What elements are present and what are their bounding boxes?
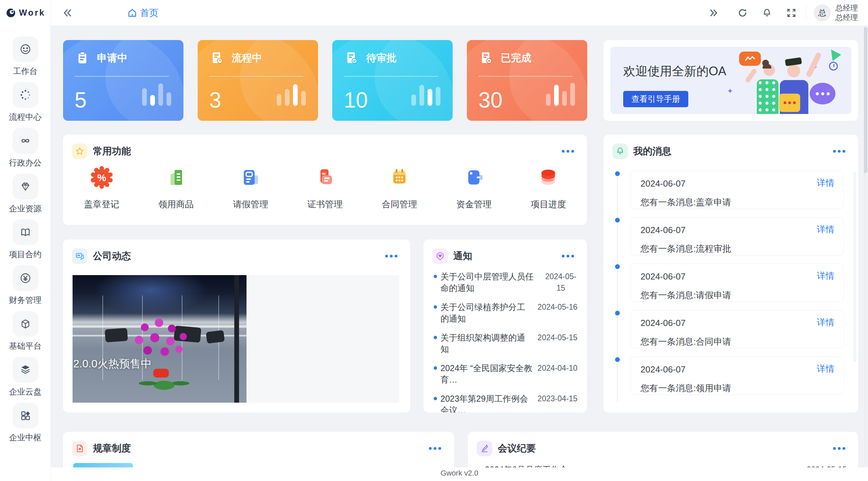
stat-title: 流程中: [232, 51, 262, 65]
sidebar-item-finance[interactable]: 财务管理: [9, 265, 42, 306]
function-project-progress[interactable]: 项目进度: [511, 164, 586, 210]
section-title: 通知: [453, 250, 472, 263]
stat-title: 已完成: [501, 51, 531, 65]
notice-item[interactable]: 关于组织架构调整的通知 2024-05-15: [434, 332, 577, 355]
notice-list: 关于公司中层管理人员任命的通知 2024-05-15 关于公司绿植养护分工的通知…: [423, 264, 587, 412]
function-certificate-management[interactable]: 证书管理: [288, 164, 362, 210]
wallet-icon: [460, 164, 488, 191]
speech-bubble: [779, 94, 800, 112]
stat-value: 5: [75, 88, 87, 113]
function-funds-management[interactable]: 资金管理: [437, 164, 511, 210]
notice-item[interactable]: 2024年 “全民国家安全教育… 2024-04-10: [434, 362, 577, 385]
sidebar-item-admin-office[interactable]: 行政办公: [9, 128, 42, 168]
message-item[interactable]: 2024-06-07 您有一条消息:请假申请 详情: [631, 264, 844, 302]
document-clock-icon: [209, 50, 225, 66]
stat-card-in-process[interactable]: 流程中 3: [198, 40, 318, 121]
detail-link[interactable]: 详情: [817, 316, 834, 328]
section-title: 会议纪要: [498, 442, 536, 455]
welcome-illustration: ✦ ✦: [610, 47, 851, 114]
refresh-icon[interactable]: [737, 8, 748, 18]
sidebar-item-process-center[interactable]: 流程中心: [9, 82, 42, 122]
bar-chart-glyph: [411, 85, 440, 106]
detail-link[interactable]: 详情: [817, 270, 834, 282]
timeline-line: [617, 173, 618, 402]
detail-link[interactable]: 详情: [817, 177, 834, 189]
welcome-panel: 欢迎使用全新的OA 查看引导手册 ✦ ✦: [610, 47, 851, 114]
notices-card: 通知 关于公司中层管理人员任命的通知 2024-05-15 关于公司绿植养护分工…: [423, 239, 587, 412]
bullet-icon: [434, 305, 437, 309]
more-menu[interactable]: [560, 148, 576, 155]
message-item[interactable]: 2024-06-07 您有一条消息:领用申请 详情: [631, 357, 844, 395]
svg-text:%: %: [97, 172, 106, 183]
tab-home[interactable]: 首页: [127, 7, 158, 19]
stat-card-pending-approval[interactable]: 待审批 10: [332, 40, 453, 121]
detail-link[interactable]: 详情: [817, 224, 834, 235]
more-menu[interactable]: [831, 445, 847, 452]
message-item[interactable]: 2024-06-07 您有一条消息:流程审批 详情: [631, 217, 844, 255]
message-item[interactable]: 2024-06-07 您有一条消息:合同申请 详情: [631, 310, 844, 348]
user-name[interactable]: 总经理 总经理: [835, 3, 858, 22]
sidebar-item-enterprise-resources[interactable]: 企业资源: [9, 174, 42, 214]
notice-item[interactable]: 关于公司中层管理人员任命的通知 2024-05-15: [434, 271, 577, 294]
collapse-sidebar-icon[interactable]: [62, 7, 73, 18]
expand-tabs-icon[interactable]: [708, 8, 718, 18]
squiggle-badge-icon: [739, 52, 761, 66]
goods-icon: [162, 164, 190, 191]
notice-item[interactable]: 关于公司绿植养护分工的通知 2024-05-16: [434, 301, 577, 324]
stat-card-completed[interactable]: 已完成 30: [467, 40, 587, 121]
notification-bell-icon[interactable]: [762, 8, 772, 18]
sidebar-item-base-platform[interactable]: 基础平台: [9, 311, 42, 351]
grid-diamond-icon: [13, 403, 38, 428]
illustration-person: [745, 68, 757, 83]
minutes-item[interactable]: 2024年6月月度工作会 2024-05-15: [468, 456, 858, 467]
bar-chart-glyph: [546, 83, 575, 106]
rules-thumbnail: [73, 463, 133, 467]
notice-item[interactable]: 2023年第29周工作例会会议… 2023-04-15: [434, 393, 577, 412]
open-book-icon: [13, 219, 38, 245]
calendar-icon: [386, 164, 413, 191]
function-seal-registration[interactable]: % 盖章登记: [64, 164, 139, 210]
message-item[interactable]: 2024-06-07 您有一条消息:盖章申请 详情: [631, 171, 844, 209]
logo-g-icon: [5, 7, 17, 19]
app-logo: Work: [0, 0, 51, 25]
certificate-icon: [312, 164, 339, 191]
spinner-dots-icon: [13, 82, 38, 108]
scrollbar[interactable]: [853, 172, 856, 362]
footer-version: Gwork v2.0: [440, 469, 478, 477]
detail-link[interactable]: 详情: [817, 363, 834, 375]
database-icon: [535, 164, 562, 191]
gem-icon: [13, 174, 38, 199]
rules-item[interactable]: 员工考勤及请休假管理制度: [63, 456, 454, 467]
function-goods-requisition[interactable]: 领用商品: [139, 164, 214, 210]
speech-bubble: [810, 83, 835, 104]
function-leave-management[interactable]: 请假管理: [213, 164, 288, 210]
timeline-dot: [615, 357, 620, 362]
leave-card-icon: [237, 164, 264, 191]
fullscreen-icon[interactable]: [786, 8, 796, 18]
stat-card-applying[interactable]: 申请中 5: [63, 40, 183, 121]
more-menu[interactable]: [383, 253, 399, 259]
more-menu[interactable]: [560, 253, 576, 259]
more-menu[interactable]: [427, 445, 443, 452]
stat-value: 10: [344, 88, 368, 113]
rules-document-icon: [72, 441, 87, 456]
sidebar-item-enterprise-hub[interactable]: 企业中枢: [9, 403, 42, 443]
meeting-minutes-card: 会议纪要 2024年6月月度工作会 2024-05-15: [468, 432, 858, 467]
dynamics-media[interactable]: 2.0.0火热预售中: [73, 275, 399, 403]
smiley-icon: [13, 36, 38, 62]
scrollbar-thumb[interactable]: [864, 27, 867, 173]
divider: [209, 76, 303, 77]
rules-card: 规章制度 员工考勤及请休假管理制度: [63, 432, 454, 467]
more-menu[interactable]: [831, 148, 847, 155]
stat-value: 3: [209, 88, 221, 113]
function-contract-management[interactable]: 合同管理: [362, 164, 437, 210]
oa-dashboard: Work 工作台 流程中心: [0, 0, 868, 481]
topbar-actions: 总 总经理 总经理: [708, 3, 858, 22]
photo-caption: 2.0.0火热预售中: [73, 357, 152, 371]
sidebar-item-cloud-disk[interactable]: 企业云盘: [9, 357, 42, 397]
sidebar-item-workbench[interactable]: 工作台: [13, 36, 38, 77]
bell-icon: [612, 143, 628, 159]
page-scrollbar[interactable]: [864, 27, 867, 465]
user-avatar[interactable]: 总: [814, 4, 831, 21]
sidebar-item-project-contracts[interactable]: 项目合约: [9, 219, 42, 260]
